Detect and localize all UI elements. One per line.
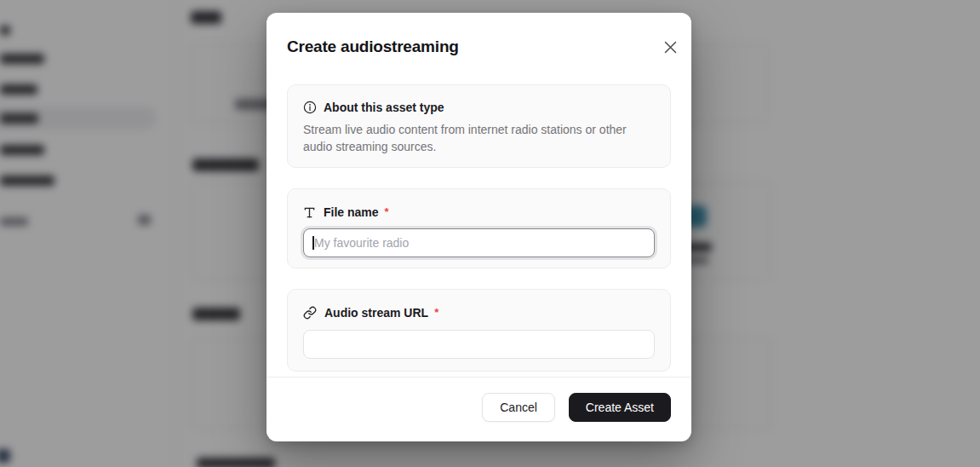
file-name-label-row: File name * (303, 204, 655, 221)
create-asset-button[interactable]: Create Asset (569, 393, 671, 422)
file-name-field-group: File name * (287, 188, 671, 268)
file-name-input[interactable] (303, 228, 655, 257)
dialog-body: Create audiostreaming About this asset t… (266, 13, 691, 377)
about-asset-type-header: About this asset type (303, 99, 655, 116)
audio-stream-url-label-row: Audio stream URL * (303, 304, 655, 321)
required-asterisk: * (434, 306, 438, 319)
about-asset-type-description: Stream live audio content from internet … (303, 121, 652, 155)
audio-stream-url-label: Audio stream URL (324, 306, 428, 320)
audio-stream-url-input-wrap (303, 330, 655, 359)
close-icon (664, 41, 677, 54)
audio-stream-url-field-group: Audio stream URL * (287, 289, 671, 372)
about-asset-type-panel: About this asset type Stream live audio … (287, 84, 671, 168)
dialog-footer: Cancel Create Asset (266, 377, 691, 441)
cancel-button[interactable]: Cancel (482, 393, 555, 422)
audio-stream-url-input[interactable] (303, 330, 655, 359)
info-icon (303, 101, 317, 114)
about-asset-type-title: About this asset type (324, 101, 444, 114)
close-button[interactable] (662, 38, 679, 55)
required-asterisk: * (385, 205, 389, 218)
file-name-input-wrap (303, 228, 655, 257)
file-name-label: File name (324, 205, 379, 219)
create-audiostreaming-dialog: Create audiostreaming About this asset t… (266, 13, 691, 441)
link-icon (303, 306, 317, 320)
dialog-title: Create audiostreaming (287, 37, 671, 57)
text-cursor (312, 236, 314, 250)
type-icon (303, 206, 316, 219)
